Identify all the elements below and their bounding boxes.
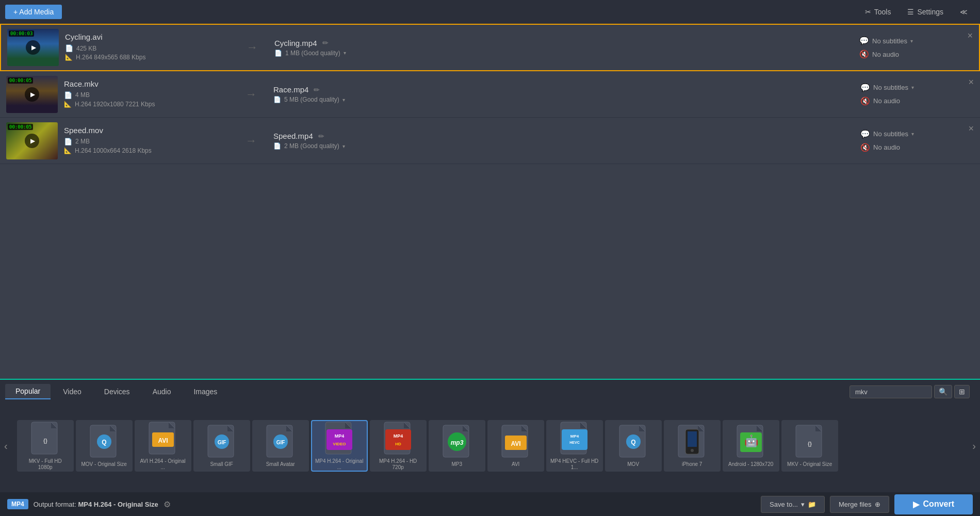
output-size-speed: 2 MB (Good quality) xyxy=(284,142,339,150)
top-toolbar: + Add Media ✂ Tools ☰ Settings ≪ xyxy=(0,0,980,24)
edit-filename-button-cycling[interactable]: ✏ xyxy=(322,39,329,47)
view-toggle-button[interactable]: ⊞ xyxy=(954,385,970,398)
tab-images[interactable]: Images xyxy=(183,384,227,399)
format-grid-wrapper: ‹ {} MKV - Full HD 1080p Q MOV - Origina… xyxy=(0,399,980,492)
format-item-mp4-h264-hd720[interactable]: MP4 HD MP4 H.264 - HD 720p xyxy=(370,420,427,472)
format-settings-gear[interactable]: ⚙ xyxy=(164,499,171,509)
bottom-panel: PopularVideoDevicesAudioImages 🔍 ⊞ ‹ {} … xyxy=(0,379,980,492)
tab-popular[interactable]: Popular xyxy=(5,384,51,399)
edit-filename-button-race[interactable]: ✏ xyxy=(314,86,320,94)
add-media-label: + Add Media xyxy=(13,8,54,16)
format-prev-button[interactable]: ‹ xyxy=(0,399,12,492)
subtitle-row: 💬 No subtitles ▾ xyxy=(860,130,974,139)
merge-files-button[interactable]: Merge files ⊕ xyxy=(830,496,889,513)
svg-rect-61 xyxy=(688,431,697,447)
search-input[interactable] xyxy=(850,385,932,398)
media-size-cycling: 📄 425 KB xyxy=(65,44,230,52)
format-item-mp3[interactable]: mp3 MP3 xyxy=(429,420,485,472)
svg-rect-49 xyxy=(562,429,587,450)
format-item-mp4-hevc[interactable]: MP4 HEVC MP4 HEVC - Full HD 1... xyxy=(546,420,603,472)
media-size-race: 📄 4 MB xyxy=(64,91,229,99)
tools-icon: ✂ xyxy=(865,8,871,16)
format-item-android[interactable]: 🤖 Android - 1280x720 xyxy=(723,420,779,472)
file-icon: 📄 xyxy=(64,138,72,146)
format-item-iphone7[interactable]: iPhone 7 xyxy=(664,420,721,472)
format-item-small-avatar[interactable]: GIF Small Avatar xyxy=(252,420,309,472)
format-label-mp4-h264-hd720: MP4 H.264 - HD 720p xyxy=(374,458,422,471)
format-item-avi-h264[interactable]: AVI AVI H.264 - Original ... xyxy=(135,420,191,472)
subtitle-row: 💬 No subtitles ▾ xyxy=(859,36,973,45)
svg-text:AVI: AVI xyxy=(511,440,520,447)
add-media-button[interactable]: + Add Media xyxy=(5,5,62,19)
close-media-button-speed[interactable]: × xyxy=(968,124,974,133)
format-label-small-avatar: Small Avatar xyxy=(266,461,295,467)
output-filename-cycling: Cycling.mp4 xyxy=(274,39,317,47)
output-section-cycling: Cycling.mp4 ✏ 📄 1 MB (Good quality) ▾ xyxy=(274,39,853,57)
play-button-race[interactable] xyxy=(25,87,39,102)
output-file-icon: 📄 xyxy=(273,142,281,150)
format-item-small-gif[interactable]: GIF Small GIF xyxy=(193,420,250,472)
tools-button[interactable]: ✂ Tools xyxy=(858,5,899,19)
convert-label: Convert xyxy=(923,499,954,509)
format-icon-iphone7 xyxy=(677,424,707,459)
format-label-mov: MOV xyxy=(627,461,639,467)
output-format-text: Output format: MP4 H.264 - Original Size xyxy=(34,501,158,508)
format-icon-small-avatar: GIF xyxy=(266,424,296,459)
play-button-speed[interactable] xyxy=(25,134,39,148)
edit-filename-button-speed[interactable]: ✏ xyxy=(318,132,324,140)
tab-video[interactable]: Video xyxy=(53,384,92,399)
output-format-badge: MP4 xyxy=(7,499,28,509)
format-tabs: PopularVideoDevicesAudioImages 🔍 ⊞ xyxy=(0,380,980,399)
toolbar-right: ✂ Tools ☰ Settings ≪ xyxy=(858,5,975,19)
svg-text:MP4: MP4 xyxy=(334,433,344,439)
thumb-timecode: 00:00:03 xyxy=(9,30,34,37)
format-next-button[interactable]: › xyxy=(968,399,980,492)
save-to-button[interactable]: Save to... ▾ 📁 xyxy=(761,496,825,513)
subtitle-dropdown[interactable]: ▾ xyxy=(910,38,913,44)
audio-row: 🔇 No audio xyxy=(860,96,974,106)
convert-button[interactable]: ▶ Convert xyxy=(894,494,973,514)
tab-audio[interactable]: Audio xyxy=(142,384,182,399)
output-filename-row: Speed.mp4 ✏ xyxy=(273,132,854,140)
output-section-speed: Speed.mp4 ✏ 📄 2 MB (Good quality) ▾ xyxy=(273,132,854,150)
svg-text:HEVC: HEVC xyxy=(569,441,579,444)
output-size-dropdown[interactable]: ▾ xyxy=(344,50,346,56)
media-item-speed[interactable]: 00:00:05 Speed.mov 📄 2 MB 📐 H.264 1000x6… xyxy=(0,118,980,164)
close-media-button-race[interactable]: × xyxy=(968,77,974,87)
output-size-cycling: 1 MB (Good quality) xyxy=(285,50,340,57)
subtitle-dropdown[interactable]: ▾ xyxy=(911,131,914,137)
media-item-race[interactable]: 00:00:05 Race.mkv 📄 4 MB 📐 H.264 1920x10… xyxy=(0,71,980,118)
output-size-dropdown[interactable]: ▾ xyxy=(342,97,345,103)
media-codec-speed: 📐 H.264 1000x664 2618 Kbps xyxy=(64,147,229,154)
subtitle-dropdown[interactable]: ▾ xyxy=(911,85,914,90)
play-button-cycling[interactable] xyxy=(26,40,40,55)
audio-icon: 🔇 xyxy=(859,50,869,59)
format-grid: {} MKV - Full HD 1080p Q MOV - Original … xyxy=(12,417,969,475)
format-icon-mp3: mp3 xyxy=(442,424,472,459)
svg-text:{}: {} xyxy=(808,441,812,447)
format-item-mp4-h264-original[interactable]: MP4 VIDEO MP4 H.264 - Original ... xyxy=(311,420,368,472)
media-info-cycling: Cycling.avi 📄 425 KB 📐 H.264 849x565 688… xyxy=(65,33,230,62)
svg-text:🤖: 🤖 xyxy=(744,434,758,448)
format-item-mov-original[interactable]: Q MOV - Original Size xyxy=(76,420,133,472)
format-item-mkv-fullhd[interactable]: {} MKV - Full HD 1080p xyxy=(17,420,74,472)
settings-button[interactable]: ☰ Settings xyxy=(900,5,951,19)
media-item-cycling[interactable]: 00:00:03 Cycling.avi 📄 425 KB 📐 H.264 84… xyxy=(0,24,980,71)
search-button[interactable]: 🔍 xyxy=(934,385,952,398)
audio-row: 🔇 No audio xyxy=(860,143,974,152)
format-item-mkv-original[interactable]: {} MKV - Original Size xyxy=(781,420,838,472)
output-size-dropdown[interactable]: ▾ xyxy=(342,143,345,149)
output-filename-row: Cycling.mp4 ✏ xyxy=(274,39,853,47)
output-filename-row: Race.mp4 ✏ xyxy=(273,85,854,94)
format-item-avi[interactable]: AVI AVI xyxy=(487,420,544,472)
svg-point-62 xyxy=(691,449,694,452)
close-media-button-cycling[interactable]: × xyxy=(967,31,973,40)
subtitle-icon: 💬 xyxy=(860,130,870,139)
codec-icon: 📐 xyxy=(64,101,72,108)
format-icon-mov: Q xyxy=(618,424,648,459)
format-item-mov[interactable]: Q MOV xyxy=(605,420,662,472)
tab-devices[interactable]: Devices xyxy=(94,384,140,399)
share-button[interactable]: ≪ xyxy=(953,5,975,19)
svg-text:MP4: MP4 xyxy=(393,433,403,439)
output-file-icon: 📄 xyxy=(273,96,281,103)
